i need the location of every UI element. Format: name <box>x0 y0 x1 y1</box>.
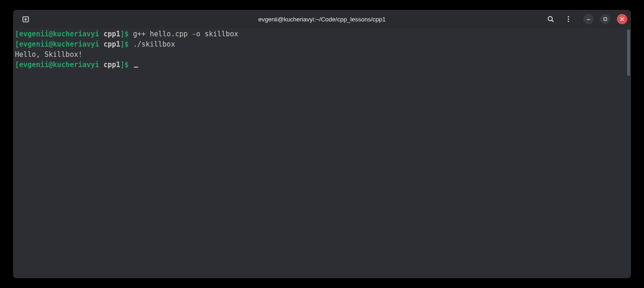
command-text: ./skillbox <box>133 40 175 48</box>
search-icon[interactable] <box>545 14 556 25</box>
terminal-window: evgenii@kucheriavyi:~/Code/cpp_lessons/c… <box>13 10 631 278</box>
prompt-bracket: ] <box>120 61 125 69</box>
prompt-bracket: [ <box>15 30 19 38</box>
svg-point-3 <box>568 19 569 20</box>
prompt-dir: cpp1 <box>104 30 120 38</box>
prompt-at: @ <box>49 30 53 38</box>
command-text: g++ hello.cpp -o skillbox <box>133 30 238 38</box>
prompt-bracket: [ <box>15 61 19 69</box>
new-tab-icon[interactable] <box>21 14 32 25</box>
terminal-line: [evgenii@kucheriavyi cpp1]$ g++ hello.cp… <box>15 29 629 39</box>
prompt-at: @ <box>49 61 53 69</box>
svg-point-2 <box>568 16 569 18</box>
prompt-at: @ <box>49 40 53 48</box>
terminal-body[interactable]: [evgenii@kucheriavyi cpp1]$ g++ hello.cp… <box>13 28 631 278</box>
prompt-dollar: $ <box>125 40 129 48</box>
prompt-host: kucheriavyi <box>53 61 99 69</box>
prompt-dollar: $ <box>125 61 129 69</box>
scrollbar[interactable] <box>627 29 630 76</box>
prompt-bracket: ] <box>120 30 125 38</box>
prompt-dir: cpp1 <box>104 61 120 69</box>
maximize-button[interactable] <box>600 14 610 24</box>
close-button[interactable] <box>617 14 627 24</box>
prompt-user: evgenii <box>19 40 49 48</box>
titlebar[interactable]: evgenii@kucheriavyi:~/Code/cpp_lessons/c… <box>13 10 631 28</box>
menu-icon[interactable] <box>563 14 574 25</box>
titlebar-right <box>545 14 627 25</box>
titlebar-left <box>17 14 32 25</box>
prompt-dollar: $ <box>125 30 129 38</box>
terminal-line: [evgenii@kucheriavyi cpp1]$ ./skillbox <box>15 39 629 49</box>
prompt-bracket: [ <box>15 40 19 48</box>
prompt-host: kucheriavyi <box>53 30 99 38</box>
terminal-line: [evgenii@kucheriavyi cpp1]$ <box>15 60 629 70</box>
window-controls <box>583 14 627 24</box>
minimize-button[interactable] <box>583 14 594 24</box>
prompt-user: evgenii <box>19 30 49 38</box>
output-line: Hello, Skillbox! <box>15 49 629 60</box>
cursor <box>134 67 138 68</box>
prompt-bracket: ] <box>120 40 125 48</box>
prompt-user: evgenii <box>19 61 49 69</box>
prompt-host: kucheriavyi <box>53 40 99 48</box>
prompt-dir: cpp1 <box>104 40 120 48</box>
svg-point-4 <box>568 21 569 22</box>
svg-rect-5 <box>604 18 607 21</box>
window-title: evgenii@kucheriavyi:~/Code/cpp_lessons/c… <box>259 16 386 23</box>
